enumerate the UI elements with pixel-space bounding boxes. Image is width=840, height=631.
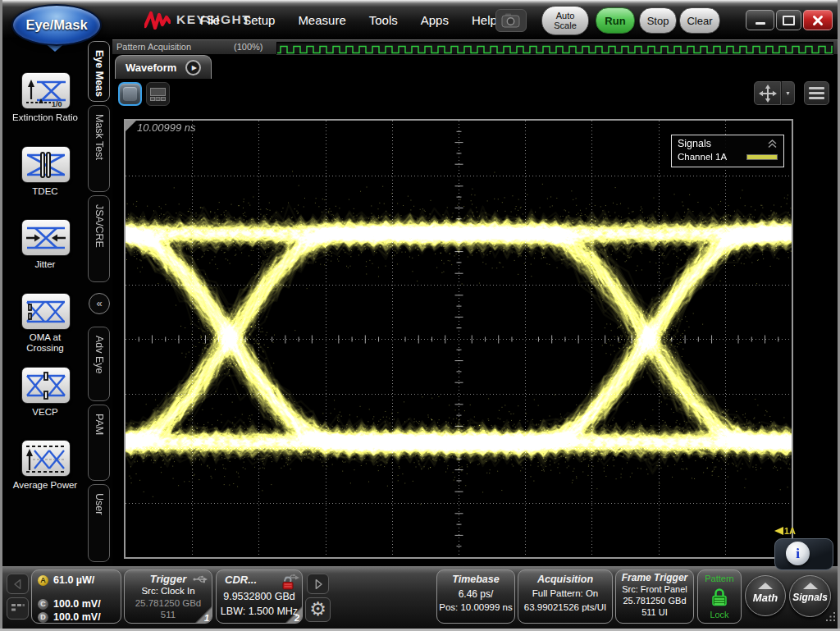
channel-c-badge: C xyxy=(38,599,48,610)
tdec-label: TDEC xyxy=(7,186,84,197)
jitter-button[interactable] xyxy=(21,219,71,256)
pan-tool-dropdown[interactable]: ▼ xyxy=(781,81,795,105)
minimize-icon xyxy=(756,22,765,25)
right-arrow-icon xyxy=(312,578,325,591)
marker-label: 1A xyxy=(784,526,796,536)
tab-adv-eye[interactable]: Adv Eye xyxy=(88,327,110,401)
sidebar-collapse-button[interactable]: « xyxy=(89,293,110,314)
plot-corner-marker xyxy=(126,121,136,131)
trigger-source: Src: Clock In xyxy=(125,586,212,596)
plot-menu-button[interactable] xyxy=(804,81,829,105)
vecp-label: VECP xyxy=(7,407,84,418)
oma-at-crossing-button[interactable] xyxy=(21,293,71,330)
app-window: KEYSIGHT File Setup Measure Tools Apps H… xyxy=(0,0,840,631)
average-power-button[interactable] xyxy=(21,440,71,477)
auto-scale-button[interactable]: Auto Scale xyxy=(541,6,589,35)
channel-scales-panel[interactable]: A 61.0 µW/ C 100.0 mV/ D 100.0 mV/ xyxy=(31,569,121,624)
usb-icon xyxy=(193,574,208,584)
frame-trigger-rate: 25.781250 GBd xyxy=(616,596,693,606)
layout-split-button[interactable] xyxy=(146,82,170,106)
frame-trigger-source: Src: Front Panel xyxy=(616,584,693,594)
pattern-lock-icon xyxy=(710,587,728,606)
settings-button[interactable]: ⚙ xyxy=(305,597,331,622)
title-bar: KEYSIGHT File Setup Measure Tools Apps H… xyxy=(0,0,840,39)
timebase-position-label: 10.00999 ns xyxy=(137,121,196,134)
hamburger-icon xyxy=(809,92,824,94)
marker-triangle-icon xyxy=(774,527,783,535)
maximize-button[interactable] xyxy=(776,10,801,30)
cdr-panel[interactable]: CDR... 9.9532800 GBd LBW: 1.500 MHz 2 xyxy=(216,569,303,624)
left-arrow-icon xyxy=(11,578,25,591)
dropdown-arrow-icon: ▼ xyxy=(785,90,791,96)
pan-tool-button[interactable] xyxy=(754,81,781,105)
signals-label: Signals xyxy=(792,592,828,603)
tab-user[interactable]: User xyxy=(88,484,110,562)
pattern-acquisition-bar: Pattern Acquisition (100%) xyxy=(112,39,840,54)
timebase-scale: 6.46 ps/ xyxy=(437,588,514,600)
stop-button[interactable]: Stop xyxy=(639,7,677,34)
channel-list-icon xyxy=(11,604,25,614)
math-label: Math xyxy=(753,592,778,604)
menu-file[interactable]: File xyxy=(189,13,231,27)
menu-setup[interactable]: Setup xyxy=(231,13,286,27)
extinction-ratio-button[interactable]: 1/0 xyxy=(21,72,71,109)
keysight-spark-icon xyxy=(144,10,171,30)
channel-list-button[interactable] xyxy=(7,597,29,620)
acquisition-points-per-ui: 63.99021526 pts/UI xyxy=(518,602,612,612)
legend-collapse-icon[interactable] xyxy=(767,139,778,149)
layout-single-button[interactable] xyxy=(118,82,142,106)
timebase-panel[interactable]: Timebase 6.46 ps/ Pos: 10.00999 ns xyxy=(436,569,515,624)
frame-trigger-panel[interactable]: Frame Trigger Src: Front Panel 25.781250… xyxy=(615,569,694,624)
tab-pam[interactable]: PAM xyxy=(88,405,110,481)
frame-trigger-title: Frame Trigger xyxy=(616,572,693,583)
auto-scale-label-1: Auto xyxy=(556,11,575,21)
auto-scale-label-2: Scale xyxy=(554,21,577,30)
tab-mask-test[interactable]: Mask Test xyxy=(88,105,110,192)
gear-icon: ⚙ xyxy=(309,598,326,620)
eye-diagram-canvas[interactable] xyxy=(126,121,792,557)
app-mode-button[interactable]: Eye/Mask xyxy=(11,4,102,46)
menu-measure[interactable]: Measure xyxy=(286,13,357,27)
math-button[interactable]: Math xyxy=(745,575,786,616)
clear-button[interactable]: Clear xyxy=(679,7,720,34)
pan-arrows-icon xyxy=(759,85,777,103)
channel-level-marker: 1A xyxy=(774,526,796,536)
acquisition-panel[interactable]: Acquisition Full Pattern: On 63.99021526… xyxy=(518,569,613,624)
tab-eye-meas[interactable]: Eye Meas xyxy=(88,41,110,102)
tdec-button[interactable] xyxy=(21,146,71,183)
screenshot-button[interactable] xyxy=(495,9,527,32)
scroll-panels-left-button[interactable] xyxy=(7,574,29,594)
run-button[interactable]: Run xyxy=(596,7,635,34)
pattern-acquisition-percent: (100%) xyxy=(234,42,262,52)
pattern-acquisition-label: Pattern Acquisition xyxy=(116,42,191,52)
minimize-button[interactable] xyxy=(746,10,774,30)
scroll-panels-right-button[interactable] xyxy=(307,574,329,594)
tab-jsa-cre[interactable]: JSA/CRE xyxy=(88,195,110,282)
timebase-position: Pos: 10.00999 ns xyxy=(437,602,514,612)
acquisition-progress-strip xyxy=(276,42,833,54)
pattern-lock-panel[interactable]: Pattern Lock xyxy=(697,569,742,624)
vecp-icon xyxy=(25,370,67,401)
close-button[interactable] xyxy=(803,10,833,30)
menu-tools[interactable]: Tools xyxy=(358,13,409,27)
vecp-button[interactable] xyxy=(21,367,71,404)
waveform-display[interactable]: 10.00999 ns Signals Channel 1A 1A xyxy=(124,119,793,559)
play-icon[interactable]: ▶ xyxy=(185,60,201,75)
acquisition-full-pattern: Full Pattern: On xyxy=(518,588,612,598)
pattern-lock-label-top: Pattern xyxy=(705,574,733,583)
channel-c-scale: 100.0 mV/ xyxy=(53,598,101,610)
trigger-panel-badge: 1 xyxy=(193,606,212,624)
resize-grip[interactable] xyxy=(825,611,836,622)
info-overlay[interactable]: i xyxy=(774,538,833,570)
trigger-panel[interactable]: Trigger Src: Clock In 25.781250 GBd 511 … xyxy=(124,569,212,624)
square-wave-pattern xyxy=(277,45,833,54)
legend-title: Signals xyxy=(678,138,711,149)
split-layout-icon xyxy=(150,88,166,101)
waveform-tab[interactable]: Waveform ▶ xyxy=(115,55,212,79)
menu-apps[interactable]: Apps xyxy=(409,13,460,27)
timebase-title: Timebase xyxy=(437,574,514,585)
signals-legend[interactable]: Signals Channel 1A xyxy=(671,135,784,167)
info-icon[interactable]: i xyxy=(786,542,810,565)
camera-icon xyxy=(501,12,521,29)
lock-icon xyxy=(281,575,294,590)
